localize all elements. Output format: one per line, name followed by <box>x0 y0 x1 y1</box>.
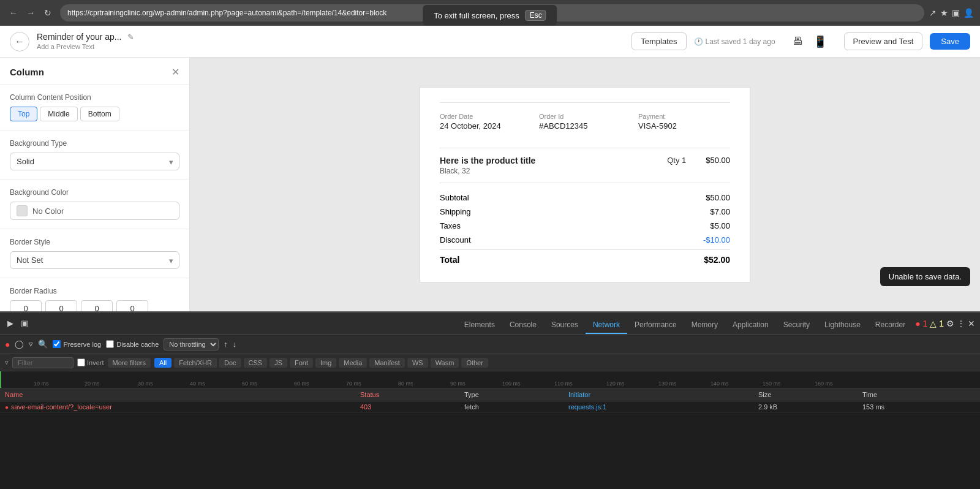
filter-fetch-xhr[interactable]: Fetch/XHR <box>174 358 217 368</box>
bg-type-select-wrapper: Solid <box>10 153 179 170</box>
subtotal-label: Subtotal <box>440 193 469 202</box>
radius-right-input[interactable] <box>45 300 77 311</box>
invert-checkbox[interactable] <box>77 358 85 366</box>
devtools-close-button[interactable]: ✕ <box>968 319 975 328</box>
filter-css[interactable]: CSS <box>244 358 268 368</box>
devtools-dock-button[interactable]: ⋮ <box>957 319 965 328</box>
tick-80ms: 80 ms <box>398 381 413 387</box>
position-middle-button[interactable]: Middle <box>40 107 77 121</box>
table-row[interactable]: ● save-email-content/?_locale=user 403 f… <box>0 401 980 413</box>
tab-security[interactable]: Security <box>776 317 817 334</box>
tab-application[interactable]: Application <box>725 317 776 334</box>
tick-50ms: 50 ms <box>242 381 257 387</box>
order-id-value: #ABCD12345 <box>539 121 631 131</box>
col-header-size: Size <box>758 391 862 398</box>
left-panel: Column ✕ Column Content Position Top Mid… <box>0 58 190 311</box>
row-name: ● save-email-content/?_locale=user <box>5 403 360 411</box>
radius-top-input[interactable] <box>10 300 42 311</box>
throttle-select[interactable]: No throttling <box>164 338 219 351</box>
filter-doc[interactable]: Doc <box>219 358 241 368</box>
subtotal-row: Subtotal $50.00 <box>440 191 730 205</box>
templates-button[interactable]: Templates <box>631 32 686 50</box>
clear-requests-button[interactable]: ◯ <box>15 339 24 349</box>
devtools-error-badge[interactable]: ● 1 <box>915 319 927 328</box>
tab-performance[interactable]: Performance <box>627 317 684 334</box>
profile-icon[interactable]: 👤 <box>963 8 974 18</box>
preview-and-test-button[interactable]: Preview and Test <box>844 32 923 50</box>
devtools-settings-button[interactable]: ⚙ <box>946 319 954 328</box>
back-button[interactable]: ← <box>10 32 29 51</box>
disable-cache-checkbox[interactable] <box>106 340 114 348</box>
preserve-log-label[interactable]: Preserve log <box>53 340 101 348</box>
filter-input[interactable] <box>12 357 74 368</box>
email-canvas: Order Date 24 October, 2024 Order Id #AB… <box>190 58 980 311</box>
save-button[interactable]: Save <box>930 33 970 50</box>
filter-wasm[interactable]: Wasm <box>431 358 459 368</box>
more-filters-button[interactable]: More filters <box>108 358 151 368</box>
tab-recorder[interactable]: Recorder <box>868 317 913 334</box>
filter-all[interactable]: All <box>154 358 172 368</box>
bg-color-field[interactable]: No Color <box>10 202 179 220</box>
filter-ws[interactable]: WS <box>407 358 428 368</box>
bg-type-select[interactable]: Solid <box>10 153 179 170</box>
mobile-view-button[interactable]: 📱 <box>811 32 829 51</box>
radius-bottom-input[interactable] <box>81 300 113 311</box>
preserve-log-checkbox[interactable] <box>53 340 61 348</box>
invert-label[interactable]: Invert <box>77 358 104 366</box>
extensions-icon[interactable]: ▣ <box>952 8 960 18</box>
share-icon[interactable]: ↗ <box>929 8 937 18</box>
radius-right-wrap: Right <box>45 300 77 311</box>
tab-console[interactable]: Console <box>502 317 544 334</box>
filter-font[interactable]: Font <box>290 358 313 368</box>
filter-js[interactable]: JS <box>270 358 287 368</box>
last-saved-text: 🕐 Last saved 1 day ago <box>694 37 775 46</box>
tab-elements[interactable]: Elements <box>457 317 502 334</box>
bg-color-label: Background Color <box>10 188 179 197</box>
import-har-button[interactable]: ↑ <box>224 339 228 349</box>
border-style-select[interactable]: Not Set <box>10 251 179 269</box>
tab-network[interactable]: Network <box>586 317 627 334</box>
bg-type-label: Background Type <box>10 139 179 148</box>
bookmark-icon[interactable]: ★ <box>940 8 948 18</box>
forward-nav-button[interactable]: → <box>23 6 38 20</box>
disable-cache-label[interactable]: Disable cache <box>106 340 159 348</box>
position-bottom-button[interactable]: Bottom <box>80 107 119 121</box>
back-nav-button[interactable]: ← <box>6 6 21 20</box>
filter-button[interactable]: ▿ <box>29 339 33 349</box>
position-top-button[interactable]: Top <box>10 107 37 121</box>
devtools-panel: ▶ ▣ Elements Console Sources Network Per… <box>0 311 980 489</box>
radius-left-input[interactable] <box>116 300 148 311</box>
shipping-label: Shipping <box>440 207 471 216</box>
tab-sources[interactable]: Sources <box>544 317 586 334</box>
shipping-row: Shipping $7.00 <box>440 205 730 219</box>
filter-other[interactable]: Other <box>461 358 488 368</box>
panel-close-button[interactable]: ✕ <box>172 66 179 78</box>
product-price: $50.00 <box>706 156 730 165</box>
app-bar: ← Reminder of your ap... ✎ Add a Preview… <box>0 26 980 58</box>
background-color-section: Background Color No Color <box>0 180 189 229</box>
color-swatch <box>17 205 28 216</box>
tab-lighthouse[interactable]: Lighthouse <box>817 317 868 334</box>
subtotal-value: $50.00 <box>706 193 730 202</box>
filter-media[interactable]: Media <box>339 358 367 368</box>
green-line <box>0 371 1 388</box>
filter-img[interactable]: Img <box>315 358 336 368</box>
unable-save-toast: Unable to save data. <box>880 267 970 286</box>
filter-icon: ▿ <box>5 358 9 366</box>
filter-manifest[interactable]: Manifest <box>369 358 405 368</box>
export-har-button[interactable]: ↓ <box>233 339 237 349</box>
reload-button[interactable]: ↻ <box>40 6 55 20</box>
column-content-position-section: Column Content Position Top Middle Botto… <box>0 85 189 131</box>
devtools-device-button[interactable]: ▣ <box>18 317 31 329</box>
search-requests-button[interactable]: 🔍 <box>38 339 48 349</box>
app-title-area: Reminder of your ap... ✎ Add a Preview T… <box>37 32 624 51</box>
row-size: 2.9 kB <box>758 403 862 411</box>
desktop-view-button[interactable]: 🖶 <box>790 32 806 51</box>
row-type: fetch <box>464 403 568 411</box>
devtools-right-icons: ● 1 △ 1 ⚙ ⋮ ✕ <box>915 319 975 328</box>
edit-icon[interactable]: ✎ <box>127 32 134 42</box>
tab-memory[interactable]: Memory <box>684 317 725 334</box>
view-icons: 🖶 📱 <box>790 32 829 51</box>
devtools-warning-badge[interactable]: △ 1 <box>930 319 944 328</box>
devtools-inspect-button[interactable]: ▶ <box>5 317 16 329</box>
